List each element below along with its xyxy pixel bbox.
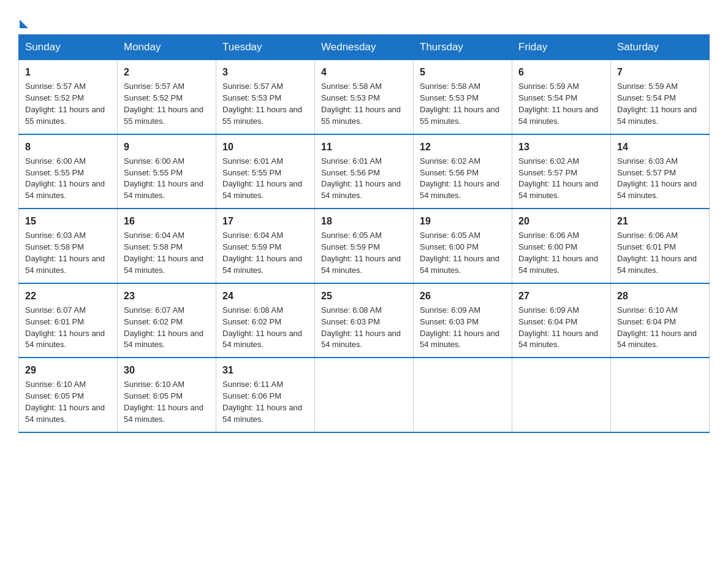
calendar-cell: 12Sunrise: 6:02 AMSunset: 5:56 PMDayligh… xyxy=(414,134,512,209)
calendar-cell: 23Sunrise: 6:07 AMSunset: 6:02 PMDayligh… xyxy=(118,283,216,358)
calendar-cell: 3Sunrise: 5:57 AMSunset: 5:53 PMDaylight… xyxy=(216,60,315,134)
day-info: Sunrise: 5:57 AMSunset: 5:53 PMDaylight:… xyxy=(222,81,308,127)
day-number: 24 xyxy=(222,289,308,303)
day-number: 9 xyxy=(124,140,210,154)
day-info: Sunrise: 6:00 AMSunset: 5:55 PMDaylight:… xyxy=(124,156,210,202)
day-number: 20 xyxy=(518,214,604,228)
calendar-cell: 5Sunrise: 5:58 AMSunset: 5:53 PMDaylight… xyxy=(414,60,512,134)
calendar-cell: 14Sunrise: 6:03 AMSunset: 5:57 PMDayligh… xyxy=(611,134,710,209)
day-info: Sunrise: 6:10 AMSunset: 6:05 PMDaylight:… xyxy=(124,379,210,425)
day-info: Sunrise: 6:07 AMSunset: 6:02 PMDaylight:… xyxy=(124,305,210,351)
day-number: 14 xyxy=(617,140,703,154)
day-number: 3 xyxy=(222,65,308,79)
weekday-header-saturday: Saturday xyxy=(611,35,710,60)
day-info: Sunrise: 6:02 AMSunset: 5:56 PMDaylight:… xyxy=(420,156,506,202)
day-info: Sunrise: 5:57 AMSunset: 5:52 PMDaylight:… xyxy=(25,81,111,127)
weekday-header-sunday: Sunday xyxy=(19,35,118,60)
calendar-cell: 29Sunrise: 6:10 AMSunset: 6:05 PMDayligh… xyxy=(19,358,118,432)
day-number: 13 xyxy=(518,140,604,154)
calendar-week-4: 22Sunrise: 6:07 AMSunset: 6:01 PMDayligh… xyxy=(19,283,710,358)
day-info: Sunrise: 6:06 AMSunset: 6:00 PMDaylight:… xyxy=(518,230,604,276)
calendar-cell: 30Sunrise: 6:10 AMSunset: 6:05 PMDayligh… xyxy=(118,358,216,432)
day-info: Sunrise: 6:01 AMSunset: 5:56 PMDaylight:… xyxy=(321,156,407,202)
day-number: 11 xyxy=(321,140,407,154)
day-number: 8 xyxy=(25,140,111,154)
day-info: Sunrise: 6:10 AMSunset: 6:05 PMDaylight:… xyxy=(25,379,111,425)
day-number: 4 xyxy=(321,65,407,79)
day-number: 25 xyxy=(321,289,407,303)
calendar-cell: 7Sunrise: 5:59 AMSunset: 5:54 PMDaylight… xyxy=(611,60,710,134)
day-info: Sunrise: 6:01 AMSunset: 5:55 PMDaylight:… xyxy=(222,156,308,202)
calendar-cell: 24Sunrise: 6:08 AMSunset: 6:02 PMDayligh… xyxy=(216,283,315,358)
logo-arrow-icon xyxy=(20,20,28,28)
calendar-cell: 27Sunrise: 6:09 AMSunset: 6:04 PMDayligh… xyxy=(512,283,611,358)
day-info: Sunrise: 6:00 AMSunset: 5:55 PMDaylight:… xyxy=(25,156,111,202)
day-number: 30 xyxy=(124,363,210,377)
day-info: Sunrise: 6:04 AMSunset: 5:58 PMDaylight:… xyxy=(124,230,210,276)
day-number: 18 xyxy=(321,214,407,228)
calendar-cell: 8Sunrise: 6:00 AMSunset: 5:55 PMDaylight… xyxy=(19,134,118,209)
day-number: 21 xyxy=(617,214,703,228)
calendar-cell: 9Sunrise: 6:00 AMSunset: 5:55 PMDaylight… xyxy=(118,134,216,209)
logo xyxy=(18,12,28,28)
calendar-cell: 16Sunrise: 6:04 AMSunset: 5:58 PMDayligh… xyxy=(118,209,216,283)
day-info: Sunrise: 5:58 AMSunset: 5:53 PMDaylight:… xyxy=(321,81,407,127)
day-info: Sunrise: 6:07 AMSunset: 6:01 PMDaylight:… xyxy=(25,305,111,351)
day-number: 19 xyxy=(420,214,506,228)
day-number: 12 xyxy=(420,140,506,154)
calendar-cell: 2Sunrise: 5:57 AMSunset: 5:52 PMDaylight… xyxy=(118,60,216,134)
calendar-cell: 17Sunrise: 6:04 AMSunset: 5:59 PMDayligh… xyxy=(216,209,315,283)
day-info: Sunrise: 6:05 AMSunset: 6:00 PMDaylight:… xyxy=(420,230,506,276)
calendar-cell: 26Sunrise: 6:09 AMSunset: 6:03 PMDayligh… xyxy=(414,283,512,358)
day-number: 31 xyxy=(222,363,308,377)
day-info: Sunrise: 5:58 AMSunset: 5:53 PMDaylight:… xyxy=(420,81,506,127)
day-number: 7 xyxy=(617,65,703,79)
day-info: Sunrise: 5:57 AMSunset: 5:52 PMDaylight:… xyxy=(124,81,210,127)
calendar-cell: 15Sunrise: 6:03 AMSunset: 5:58 PMDayligh… xyxy=(19,209,118,283)
calendar-cell: 10Sunrise: 6:01 AMSunset: 5:55 PMDayligh… xyxy=(216,134,315,209)
calendar-cell: 21Sunrise: 6:06 AMSunset: 6:01 PMDayligh… xyxy=(611,209,710,283)
day-info: Sunrise: 6:11 AMSunset: 6:06 PMDaylight:… xyxy=(222,379,308,425)
day-info: Sunrise: 6:06 AMSunset: 6:01 PMDaylight:… xyxy=(617,230,703,276)
day-info: Sunrise: 5:59 AMSunset: 5:54 PMDaylight:… xyxy=(617,81,703,127)
calendar-cell xyxy=(315,358,414,432)
day-number: 23 xyxy=(124,289,210,303)
calendar-cell: 20Sunrise: 6:06 AMSunset: 6:00 PMDayligh… xyxy=(512,209,611,283)
day-number: 16 xyxy=(124,214,210,228)
calendar-cell: 6Sunrise: 5:59 AMSunset: 5:54 PMDaylight… xyxy=(512,60,611,134)
calendar-table: SundayMondayTuesdayWednesdayThursdayFrid… xyxy=(18,34,710,433)
calendar-cell: 31Sunrise: 6:11 AMSunset: 6:06 PMDayligh… xyxy=(216,358,315,432)
day-number: 5 xyxy=(420,65,506,79)
day-info: Sunrise: 6:02 AMSunset: 5:57 PMDaylight:… xyxy=(518,156,604,202)
day-number: 2 xyxy=(124,65,210,79)
day-number: 27 xyxy=(518,289,604,303)
day-info: Sunrise: 6:09 AMSunset: 6:03 PMDaylight:… xyxy=(420,305,506,351)
day-info: Sunrise: 6:05 AMSunset: 5:59 PMDaylight:… xyxy=(321,230,407,276)
day-number: 26 xyxy=(420,289,506,303)
calendar-cell: 11Sunrise: 6:01 AMSunset: 5:56 PMDayligh… xyxy=(315,134,414,209)
calendar-cell: 1Sunrise: 5:57 AMSunset: 5:52 PMDaylight… xyxy=(19,60,118,134)
calendar-cell xyxy=(414,358,512,432)
calendar-cell: 22Sunrise: 6:07 AMSunset: 6:01 PMDayligh… xyxy=(19,283,118,358)
day-number: 10 xyxy=(222,140,308,154)
day-info: Sunrise: 6:03 AMSunset: 5:57 PMDaylight:… xyxy=(617,156,703,202)
weekday-header-tuesday: Tuesday xyxy=(216,35,315,60)
calendar-cell: 19Sunrise: 6:05 AMSunset: 6:00 PMDayligh… xyxy=(414,209,512,283)
day-number: 1 xyxy=(25,65,111,79)
calendar-cell xyxy=(512,358,611,432)
calendar-week-2: 8Sunrise: 6:00 AMSunset: 5:55 PMDaylight… xyxy=(19,134,710,209)
day-number: 29 xyxy=(25,363,111,377)
calendar-cell xyxy=(611,358,710,432)
calendar-week-1: 1Sunrise: 5:57 AMSunset: 5:52 PMDaylight… xyxy=(19,60,710,134)
day-number: 15 xyxy=(25,214,111,228)
weekday-header-monday: Monday xyxy=(118,35,216,60)
day-number: 17 xyxy=(222,214,308,228)
day-number: 22 xyxy=(25,289,111,303)
day-number: 28 xyxy=(617,289,703,303)
weekday-header-friday: Friday xyxy=(512,35,611,60)
weekday-header-wednesday: Wednesday xyxy=(315,35,414,60)
day-info: Sunrise: 5:59 AMSunset: 5:54 PMDaylight:… xyxy=(518,81,604,127)
weekday-header-row: SundayMondayTuesdayWednesdayThursdayFrid… xyxy=(19,35,710,60)
calendar-cell: 28Sunrise: 6:10 AMSunset: 6:04 PMDayligh… xyxy=(611,283,710,358)
page-header xyxy=(18,12,710,28)
